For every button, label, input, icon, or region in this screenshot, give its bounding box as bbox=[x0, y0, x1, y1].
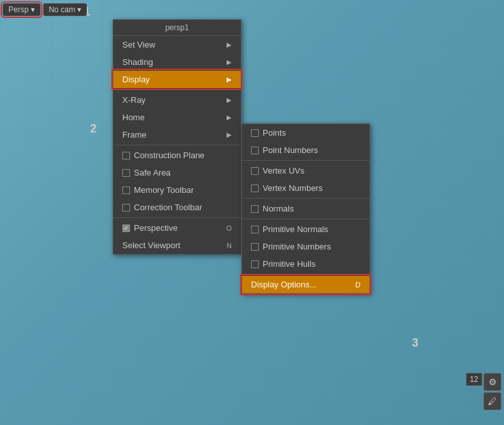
submenu-item-vertex-numbers[interactable]: Vertex Numbers bbox=[242, 179, 369, 197]
step-3-label: 3 bbox=[412, 336, 418, 350]
checkbox-normals bbox=[251, 205, 259, 213]
checkbox-vertex-numbers bbox=[251, 185, 259, 192]
nocam-button[interactable]: No cam ▾ bbox=[43, 3, 88, 16]
submenu-item-vertex-uvs[interactable]: Vertex UVs bbox=[242, 162, 369, 179]
step-2-label: 2 bbox=[90, 122, 97, 136]
menu-item-select-viewport[interactable]: Select Viewport N bbox=[113, 237, 241, 254]
menu-title: persp1 bbox=[113, 20, 241, 36]
checkbox-correction-toolbar bbox=[122, 204, 130, 212]
display-submenu: Points Point Numbers Vertex UVs Vertex N… bbox=[241, 123, 370, 294]
checkbox-primitive-numbers bbox=[251, 243, 259, 251]
separator-3 bbox=[113, 217, 241, 218]
submenu-item-primitive-normals[interactable]: Primitive Normals bbox=[242, 221, 369, 238]
shortcut-display-options: D bbox=[355, 281, 360, 289]
menu-item-correction-toolbar[interactable]: Correction Toolbar bbox=[113, 199, 241, 216]
persp-button[interactable]: Persp ▾ bbox=[3, 3, 41, 16]
top-toolbar: Persp ▾ No cam ▾ bbox=[0, 0, 504, 19]
checkbox-point-numbers bbox=[251, 147, 259, 154]
side-icon-2[interactable]: 🖊 bbox=[483, 392, 501, 410]
arrow-icon-xray: ▶ bbox=[227, 96, 232, 104]
submenu-item-primitive-hulls[interactable]: Primitive Hulls bbox=[242, 255, 369, 273]
menu-item-perspective[interactable]: ✓ Perspective O bbox=[113, 219, 241, 237]
menu-item-xray[interactable]: X-Ray ▶ bbox=[113, 91, 241, 109]
arrow-icon-display: ▶ bbox=[227, 76, 232, 83]
menu-item-construction-plane[interactable]: Construction Plane bbox=[113, 147, 241, 164]
checkbox-safe-area bbox=[122, 169, 130, 177]
submenu-separator-1 bbox=[242, 160, 369, 161]
submenu-separator-3 bbox=[242, 219, 369, 219]
shortcut-select-viewport: N bbox=[227, 242, 232, 249]
checkbox-perspective: ✓ bbox=[122, 224, 130, 232]
submenu-separator-2 bbox=[242, 198, 369, 199]
number-badge: 12 bbox=[466, 373, 482, 386]
submenu-separator-4 bbox=[242, 274, 369, 275]
submenu-item-display-options[interactable]: Display Options... D bbox=[242, 276, 369, 293]
dropdown-container: persp1 Set View ▶ Shading ▶ Display ▶ X-… bbox=[113, 19, 370, 294]
primary-menu: persp1 Set View ▶ Shading ▶ Display ▶ X-… bbox=[113, 19, 241, 255]
menu-item-frame[interactable]: Frame ▶ bbox=[113, 126, 241, 143]
checkbox-primitive-hulls bbox=[251, 260, 259, 268]
checkbox-vertex-uvs bbox=[251, 167, 259, 175]
submenu-item-primitive-numbers[interactable]: Primitive Numbers bbox=[242, 238, 369, 255]
checkbox-construction-plane bbox=[122, 152, 130, 159]
arrow-icon-frame: ▶ bbox=[227, 131, 232, 138]
checkbox-memory-toolbar bbox=[122, 186, 130, 194]
arrow-icon-home: ▶ bbox=[227, 114, 232, 121]
menu-item-home[interactable]: Home ▶ bbox=[113, 109, 241, 126]
separator-1 bbox=[113, 89, 241, 90]
separator-2 bbox=[113, 145, 241, 145]
menu-item-set-view[interactable]: Set View ▶ bbox=[113, 36, 241, 53]
side-icon-1[interactable]: ⚙ bbox=[483, 373, 501, 391]
menu-item-safe-area[interactable]: Safe Area bbox=[113, 164, 241, 181]
side-toolbar: ⚙ 🖊 bbox=[483, 373, 501, 410]
checkbox-points bbox=[251, 129, 259, 137]
menu-item-shading[interactable]: Shading ▶ bbox=[113, 53, 241, 71]
checkbox-primitive-normals bbox=[251, 226, 259, 233]
arrow-icon-shading: ▶ bbox=[227, 59, 232, 66]
shortcut-perspective: O bbox=[226, 224, 232, 232]
arrow-icon-set-view: ▶ bbox=[227, 41, 232, 48]
menu-item-memory-toolbar[interactable]: Memory Toolbar bbox=[113, 181, 241, 199]
menu-item-display[interactable]: Display ▶ bbox=[113, 71, 241, 88]
submenu-item-point-numbers[interactable]: Point Numbers bbox=[242, 141, 369, 159]
submenu-item-normals[interactable]: Normals bbox=[242, 200, 369, 217]
submenu-item-points[interactable]: Points bbox=[242, 124, 369, 141]
